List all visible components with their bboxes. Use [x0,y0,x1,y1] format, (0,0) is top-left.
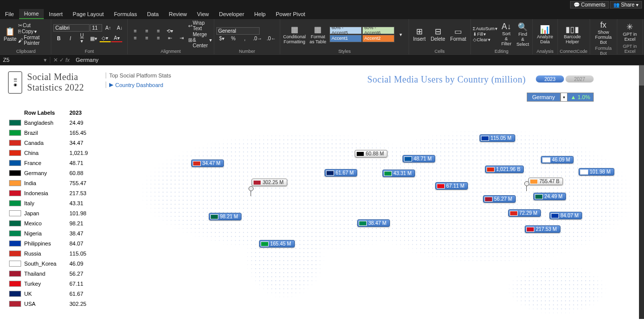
table-row[interactable]: China 1,021.9 [9,148,100,158]
table-row[interactable]: USA 302.25 [9,299,100,309]
menu-tab-formulas[interactable]: Formulas [109,9,142,19]
table-row[interactable]: Japan 101.98 [9,208,100,218]
menu-tab-page-layout[interactable]: Page Layout [68,9,109,19]
table-row[interactable]: Turkey 67.11 [9,279,100,289]
align-top-icon[interactable]: ≡ [130,28,141,34]
map-label-canada[interactable]: 34.47 M [191,159,224,167]
table-row[interactable]: Philippines 84.07 [9,238,100,249]
format-cells-button[interactable]: ▭Format [448,26,468,42]
autosum-button[interactable]: Σ AutoSum ▾ [473,26,498,31]
wrap-text-button[interactable]: ↩ Wrap Text [188,20,212,31]
table-row[interactable]: France 48.71 [9,158,100,168]
increase-font-icon[interactable]: A↑ [103,25,114,31]
menu-tab-file[interactable]: File [0,9,19,19]
clear-button[interactable]: ◇ Clear ▾ [473,37,498,42]
table-row[interactable]: Italy 43.31 [9,198,100,208]
table-row[interactable]: South_Korea 46.09 [9,259,100,269]
cancel-formula-icon[interactable]: ✕ [53,57,58,63]
italic-button[interactable]: I [65,35,76,42]
find-select-button[interactable]: 🔍Find & Select [515,22,531,47]
align-left-icon[interactable]: ≡ [130,35,141,41]
delete-cells-button[interactable]: ⊟Delete [429,26,447,42]
format-as-table-button[interactable]: ▦Format as Table [307,24,329,45]
map-label-mexico[interactable]: 98.21 M [209,213,242,220]
map-label-vietnam[interactable]: 72.29 M [508,209,541,217]
style-accent5[interactable]: 60% - Accent5 [330,27,362,34]
fill-button[interactable]: ⬇ Fill ▾ [473,32,498,37]
table-row[interactable]: UK 61.67 [9,289,100,299]
font-name-select[interactable] [53,24,90,32]
insert-function-icon[interactable]: fx [65,57,70,63]
bold-button[interactable]: B [53,35,64,42]
map-label-thailand[interactable]: 56.27 M [483,195,516,203]
decrease-font-icon[interactable]: A↓ [114,25,125,31]
nav-country-dashboard[interactable]: ▶ Country Dashboard [106,81,171,88]
align-center-icon[interactable]: ≡ [141,35,152,41]
menu-tab-data[interactable]: Data [142,9,164,19]
map-label-philippines[interactable]: 84.07 M [549,212,582,219]
indent-inc-icon[interactable]: ⇥ [176,35,187,41]
cut-button[interactable]: ✂ Cut [18,23,49,28]
barcode-button[interactable]: ▮▯▮Barcode Helper [560,24,585,45]
table-row[interactable]: Thailand 56.27 [9,269,100,279]
sort-filter-button[interactable]: A↓Sort & Filter [499,22,514,47]
orientation-icon[interactable]: ⟲▾ [165,28,176,34]
vertical-scrollbar[interactable] [639,65,644,319]
formula-bot-button[interactable]: fxShow Formula Bot [592,20,615,45]
menu-tab-developer[interactable]: Developer [214,9,249,19]
share-button[interactable]: 👥Share▾ [610,1,642,9]
table-row[interactable]: Indonesia 217.53 [9,188,100,198]
styles-more-icon[interactable]: ▾ [395,31,407,38]
map-label-indonesia[interactable]: 217.53 M [525,225,560,233]
comma-icon[interactable]: , [239,35,251,42]
table-row[interactable]: Canada 34.47 [9,138,100,148]
table-row[interactable]: Nigeria 38.47 [9,228,100,238]
copy-button[interactable]: ⎘ Copy ▾ [18,29,49,34]
decimal-inc-icon[interactable]: .0→ [251,35,264,42]
comments-button[interactable]: 💬Comments [570,1,609,9]
decimal-dec-icon[interactable]: .0← [265,35,278,42]
align-bottom-icon[interactable]: ≡ [153,28,164,34]
accept-formula-icon[interactable]: ✓ [59,57,64,63]
map-label-bangladesh[interactable]: 24.49 M [533,193,566,200]
fill-color-button[interactable]: ◇▾ [100,35,111,42]
border-button[interactable]: ▦▾ [88,35,99,42]
underline-button[interactable]: U▾ [76,32,88,44]
menu-tab-review[interactable]: Review [164,9,192,19]
country-dropdown-icon[interactable]: ▾ [560,93,568,102]
currency-icon[interactable]: $▾ [216,35,227,42]
conditional-formatting-button[interactable]: ▦Conditional Formatting [282,24,306,45]
worksheet-area[interactable]: ☰◉ Social Media Statistics 2022 Top Soci… [0,65,644,327]
percent-icon[interactable]: % [228,35,239,42]
map-label-south_korea[interactable]: 46.09 M [541,156,574,164]
map-label-france[interactable]: 48.71 M [403,155,435,162]
menu-tab-home[interactable]: Home [19,9,44,19]
map-label-turkey[interactable]: 67.11 M [435,182,468,190]
map-label-nigeria[interactable]: 38.47 M [357,219,390,227]
indent-dec-icon[interactable]: ⇤ [165,35,176,41]
gpt-button[interactable]: ✳GPT in Excel [619,22,640,42]
map-label-uk[interactable]: 61.67 M [325,169,357,177]
style-accent2[interactable]: Accent2 [362,35,394,42]
table-row[interactable]: Russia 115.05 [9,249,100,259]
table-row[interactable]: Bangladesh 24.49 [9,118,100,128]
formula-input[interactable]: Germany [73,57,102,63]
menu-tab-insert[interactable]: Insert [44,9,68,19]
style-accent1[interactable]: Accent1 [330,35,362,42]
year-2027-button[interactable]: 2027 [566,75,594,83]
map-label-usa[interactable]: 302.25 M [252,179,287,186]
merge-center-button[interactable]: ⊞ Merge & Center ▾ [188,32,212,48]
map-label-japan[interactable]: 101.98 M [579,168,614,176]
format-painter-button[interactable]: 🖌 Format Painter [18,35,49,46]
font-color-button[interactable]: A▾ [111,35,122,42]
map-label-india[interactable]: 755.47 B [528,178,563,185]
menu-tab-power-pivot[interactable]: Power Pivot [271,9,310,19]
style-accent6[interactable]: 60% - Accent6 [362,27,394,34]
table-row[interactable]: Brazil 165.45 [9,128,100,138]
menu-tab-help[interactable]: Help [249,9,271,19]
menu-tab-view[interactable]: View [192,9,214,19]
analyze-data-button[interactable]: 📊Analyze Data [535,24,555,45]
name-box[interactable]: Z5▾ [0,57,50,63]
map-label-russia[interactable]: 115.05 M [479,134,515,142]
map-label-italy[interactable]: 43.31 M [382,170,415,177]
